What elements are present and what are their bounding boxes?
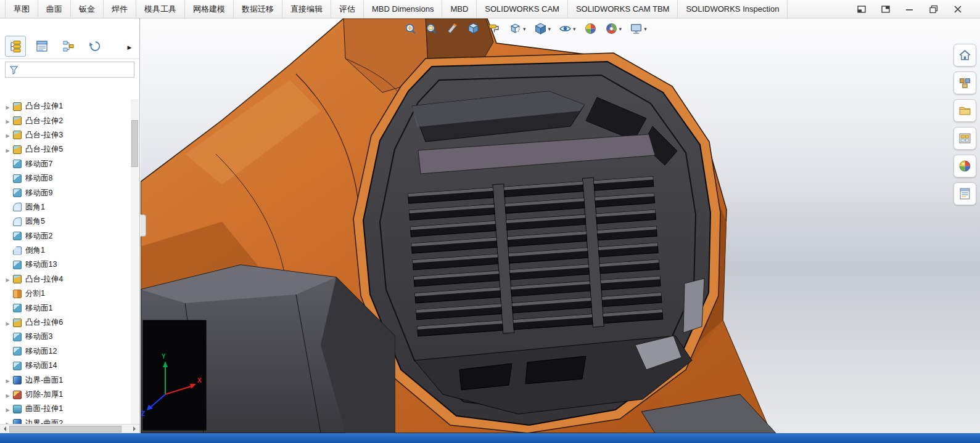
menu-tab-data-migration[interactable]: 数据迁移 (234, 0, 282, 18)
menu-tab-sketch[interactable]: 草图 (5, 0, 38, 18)
tree-item[interactable]: 曲面-拉伸1 (0, 402, 130, 416)
hide-show-items-icon[interactable] (558, 21, 577, 36)
display-manager-tab-icon[interactable] (84, 36, 105, 57)
view-palette-icon[interactable] (953, 127, 976, 150)
tree-item[interactable]: 移动面12 (0, 344, 130, 359)
tree-item[interactable]: 凸台-拉伸1 (0, 99, 130, 113)
tree-item[interactable]: 凸台-拉伸6 (0, 315, 130, 330)
menu-tab-solidworks-cam-tbm[interactable]: SOLIDWORKS CAM TBM (568, 0, 678, 18)
configuration-manager-tab-icon[interactable] (58, 36, 79, 57)
appearances-icon[interactable] (953, 155, 976, 177)
panel-collapse-handle[interactable] (141, 214, 146, 237)
horizontal-scrollbar[interactable] (0, 424, 139, 433)
tree-item-label: 切除-加厚1 (25, 389, 63, 400)
custom-properties-icon[interactable] (953, 182, 976, 205)
menu-tab-mbd[interactable]: MBD (442, 0, 477, 18)
expand-arrow-icon[interactable] (2, 376, 13, 384)
menu-tab-evaluate[interactable]: 评估 (331, 0, 364, 18)
tree-item[interactable]: 移动面1 (0, 301, 130, 315)
expand-arrow-icon[interactable] (2, 419, 13, 424)
tree-item[interactable]: 移动面9 (0, 185, 130, 200)
restore-icon[interactable] (928, 4, 939, 14)
expand-arrow-icon[interactable] (2, 319, 13, 327)
fillet-icon (13, 217, 22, 226)
display-style-icon[interactable] (508, 21, 527, 36)
status-bar (0, 433, 980, 443)
menu-tab-solidworks-cam[interactable]: SOLIDWORKS CAM (477, 0, 568, 18)
doc-restore-icon[interactable] (880, 4, 891, 14)
tree-item[interactable]: 切除-加厚1 (0, 388, 130, 402)
expand-arrow-icon[interactable] (2, 405, 13, 413)
boss-extrude-icon (13, 275, 22, 283)
expand-arrow-icon[interactable] (2, 102, 13, 111)
menu-tab-mesh-modeling[interactable]: 网格建模 (185, 0, 234, 18)
apply-scene-icon[interactable] (604, 21, 624, 36)
view-settings-icon[interactable] (628, 21, 648, 36)
tree-item[interactable]: 凸台-拉伸5 (0, 142, 130, 156)
expand-arrow-icon[interactable] (2, 145, 13, 154)
tree-filter-input[interactable] (5, 62, 134, 78)
tree-item-label: 凸台-拉伸3 (25, 130, 63, 140)
tree-item[interactable]: 边界-曲面2 (0, 417, 130, 424)
expand-arrow-icon[interactable] (2, 131, 13, 139)
tree-item[interactable]: 凸台-拉伸3 (0, 128, 130, 142)
tree-item[interactable]: 移动面8 (0, 171, 130, 185)
menu-tab-mbd-dimensions[interactable]: MBD Dimensions (364, 0, 442, 18)
boundary-surface-icon (13, 419, 22, 424)
home-icon[interactable] (953, 44, 976, 67)
tree-item[interactable]: 移动面14 (0, 359, 130, 373)
tree-item[interactable]: 移动面13 (0, 258, 130, 272)
vertical-scrollbar[interactable] (131, 99, 139, 424)
minimize-icon[interactable] (904, 4, 915, 14)
file-explorer-icon[interactable] (953, 99, 976, 122)
horizontal-scrollbar-thumb[interactable] (9, 426, 121, 433)
move-face-icon (13, 232, 22, 240)
doc-minimize-icon[interactable] (856, 4, 867, 14)
tree-item[interactable]: 分割1 (0, 287, 130, 301)
move-face-icon (13, 347, 22, 356)
tree-item-label: 移动面8 (25, 173, 52, 184)
vertical-scrollbar-thumb[interactable] (131, 120, 138, 167)
graphics-viewport[interactable]: Y X Z (141, 18, 980, 433)
expand-arrow-icon[interactable] (2, 116, 13, 125)
zoom-to-fit-icon[interactable] (403, 21, 418, 36)
cut-thicken-icon (13, 391, 22, 399)
menu-tab-weldments[interactable]: 焊件 (104, 0, 136, 18)
tree-item[interactable]: 边界-曲面1 (0, 373, 130, 387)
tree-item-label: 移动面12 (25, 346, 57, 357)
feature-manager-tab-icon[interactable] (5, 36, 26, 57)
tree-item-label: 凸台-拉伸4 (25, 274, 63, 285)
menu-tab-solidworks-inspection[interactable]: SOLIDWORKS Inspection (678, 0, 788, 18)
tree-item[interactable]: 圆角1 (0, 200, 130, 214)
heads-up-view-toolbar (403, 21, 648, 36)
scroll-left-button[interactable] (0, 425, 9, 434)
close-icon[interactable] (952, 4, 963, 14)
design-library-icon[interactable] (953, 71, 976, 94)
tree-item[interactable]: 移动面2 (0, 229, 130, 243)
tree-item[interactable]: 圆角5 (0, 214, 130, 229)
tree-item[interactable]: 移动面3 (0, 330, 130, 344)
expand-arrow-icon[interactable] (2, 275, 13, 283)
3d-drawing-view-icon[interactable] (466, 21, 481, 36)
tree-item[interactable]: 凸台-拉伸4 (0, 272, 130, 287)
menu-tab-direct-editing[interactable]: 直接编辑 (282, 0, 331, 18)
tree-item[interactable]: 移动面7 (0, 157, 130, 171)
menu-tab-sheet-metal[interactable]: 钣金 (71, 0, 104, 18)
scroll-right-button[interactable] (130, 425, 139, 434)
tree-item[interactable]: 倒角1 (0, 243, 130, 258)
edit-appearance-icon[interactable] (583, 21, 598, 36)
feature-tree: 凸台-拉伸1 凸台-拉伸2 凸台-拉伸3 凸台-拉伸5 移动面7 移动面8 移动… (0, 99, 130, 424)
tree-item[interactable]: 凸台-拉伸2 (0, 113, 130, 128)
move-face-icon (13, 174, 22, 183)
view-orientation-icon[interactable] (533, 21, 553, 36)
section-view-icon[interactable] (445, 21, 460, 36)
more-manager-tabs-icon[interactable] (125, 41, 134, 52)
property-manager-tab-icon[interactable] (31, 36, 52, 57)
solidworks-window: 草图 曲面 钣金 焊件 模具工具 网格建模 数据迁移 直接编辑 评估 MBD D… (0, 0, 980, 443)
menu-tab-surfaces[interactable]: 曲面 (38, 0, 71, 18)
menu-tab-mold-tools[interactable]: 模具工具 (136, 0, 185, 18)
view-selector-icon[interactable] (487, 21, 502, 36)
tree-item-label: 边界-曲面2 (25, 418, 63, 424)
zoom-to-area-icon[interactable] (424, 21, 439, 36)
expand-arrow-icon[interactable] (2, 391, 13, 399)
